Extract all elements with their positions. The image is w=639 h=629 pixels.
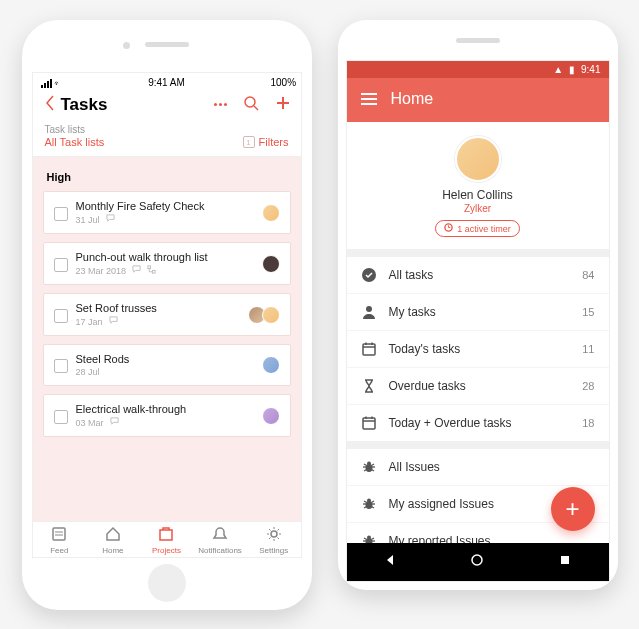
checkbox[interactable]	[54, 258, 68, 272]
tasklist-value: All Task lists	[45, 136, 105, 148]
home-button[interactable]	[148, 564, 186, 602]
settings-icon	[266, 526, 282, 544]
android-screen: ▲ ▮ 9:41 Home Helen Collins Zylker 1 act…	[346, 60, 610, 582]
task-meta: 31 Jul	[76, 214, 258, 225]
tasks-row[interactable]: My tasks15	[347, 293, 609, 330]
more-icon[interactable]	[214, 103, 227, 106]
android-content[interactable]: Helen Collins Zylker 1 active timer All …	[347, 122, 609, 581]
android-device: ▲ ▮ 9:41 Home Helen Collins Zylker 1 act…	[338, 20, 618, 590]
task-title: Electrical walk-through	[76, 403, 258, 415]
comment-icon	[109, 316, 118, 327]
tasks-row[interactable]: Overdue tasks28	[347, 367, 609, 404]
assignee-stack[interactable]	[252, 306, 280, 324]
checkbox[interactable]	[54, 207, 68, 221]
tab-label: Notifications	[198, 546, 242, 555]
active-timer-chip[interactable]: 1 active timer	[435, 220, 520, 237]
task-date: 17 Jan	[76, 317, 103, 327]
assignee-stack[interactable]	[266, 204, 280, 222]
svg-point-20	[366, 306, 372, 312]
tasks-row[interactable]: Today's tasks11	[347, 330, 609, 367]
task-card[interactable]: Monthly Fire Safety Check31 Jul	[43, 191, 291, 234]
svg-point-53	[472, 555, 482, 565]
ios-status-bar: ᯤ 9:41 AM 100%	[33, 73, 301, 90]
nav-back-icon[interactable]	[383, 553, 397, 571]
tab-feed[interactable]: Feed	[33, 526, 87, 555]
tab-settings[interactable]: Settings	[247, 526, 301, 555]
task-meta: 17 Jan	[76, 316, 244, 327]
android-status-bar: ▲ ▮ 9:41	[347, 61, 609, 78]
task-title: Steel Rods	[76, 353, 258, 365]
assignee-stack[interactable]	[266, 255, 280, 273]
tab-label: Home	[102, 546, 123, 555]
svg-rect-21	[363, 344, 375, 355]
calendar-icon	[361, 415, 377, 431]
svg-line-34	[371, 464, 374, 466]
row-label: All tasks	[389, 268, 571, 282]
task-title: Punch-out walk through list	[76, 251, 258, 263]
svg-point-38	[367, 499, 371, 503]
svg-rect-0	[41, 85, 43, 88]
fab-add[interactable]: +	[551, 487, 595, 531]
task-title: Monthly Fire Safety Check	[76, 200, 258, 212]
task-card[interactable]: Punch-out walk through list23 Mar 2018	[43, 242, 291, 285]
svg-rect-14	[160, 530, 172, 540]
tab-notifications[interactable]: Notifications	[193, 526, 247, 555]
nav-home-icon[interactable]	[470, 553, 484, 571]
status-time: 9:41	[581, 64, 600, 75]
battery-icon: ▮	[569, 64, 575, 75]
tab-label: Settings	[259, 546, 288, 555]
add-icon[interactable]	[275, 95, 291, 115]
ios-tabbar: FeedHomeProjectsNotificationsSettings	[33, 521, 301, 557]
timer-icon	[444, 223, 453, 234]
issues-row[interactable]: All Issues	[347, 449, 609, 485]
checkbox[interactable]	[54, 309, 68, 323]
search-icon[interactable]	[243, 95, 259, 115]
assignee-stack[interactable]	[266, 356, 280, 374]
filter-count-badge: 1	[243, 136, 255, 148]
task-card[interactable]: Steel Rods28 Jul	[43, 344, 291, 386]
row-count: 28	[582, 380, 594, 392]
tasklist-selector[interactable]: Task lists All Task lists	[45, 123, 105, 148]
filters-button[interactable]: 1 Filters	[243, 136, 289, 148]
priority-section-header: High	[33, 157, 301, 191]
filters-label: Filters	[259, 136, 289, 148]
menu-icon[interactable]	[361, 93, 377, 105]
nav-recent-icon[interactable]	[558, 553, 572, 571]
tasks-row[interactable]: All tasks84	[347, 257, 609, 293]
svg-rect-54	[561, 556, 569, 564]
feed-icon	[51, 526, 67, 544]
tab-home[interactable]: Home	[86, 526, 140, 555]
checkbox[interactable]	[54, 410, 68, 424]
avatar	[262, 356, 280, 374]
projects-icon	[158, 526, 174, 544]
calendar-icon	[361, 341, 377, 357]
avatar	[262, 306, 280, 324]
avatar	[262, 204, 280, 222]
speaker	[456, 38, 500, 43]
avatar[interactable]	[455, 136, 501, 182]
task-date: 23 Mar 2018	[76, 266, 127, 276]
row-count: 84	[582, 269, 594, 281]
comment-icon	[110, 417, 119, 428]
tasks-row[interactable]: Today + Overdue tasks18	[347, 404, 609, 441]
user-icon	[361, 304, 377, 320]
back-button[interactable]	[43, 94, 57, 115]
speaker	[145, 42, 189, 47]
svg-rect-11	[53, 528, 65, 540]
row-label: All Issues	[389, 460, 595, 474]
page-title: Home	[391, 90, 434, 108]
task-card[interactable]: Electrical walk-through03 Mar	[43, 394, 291, 437]
svg-rect-10	[152, 270, 155, 273]
tasks-panel: All tasks84My tasks15Today's tasks11Over…	[347, 257, 609, 441]
front-camera	[123, 42, 130, 49]
assignee-stack[interactable]	[266, 407, 280, 425]
signal-icon: ▲	[553, 64, 563, 75]
android-appbar: Home	[347, 78, 609, 122]
task-card[interactable]: Set Roof trusses17 Jan	[43, 293, 291, 336]
row-label: Overdue tasks	[389, 379, 571, 393]
svg-rect-25	[363, 418, 375, 429]
checkbox[interactable]	[54, 359, 68, 373]
tab-projects[interactable]: Projects	[140, 526, 194, 555]
task-meta: 28 Jul	[76, 367, 258, 377]
task-list[interactable]: High Monthly Fire Safety Check31 JulPunc…	[33, 157, 301, 521]
